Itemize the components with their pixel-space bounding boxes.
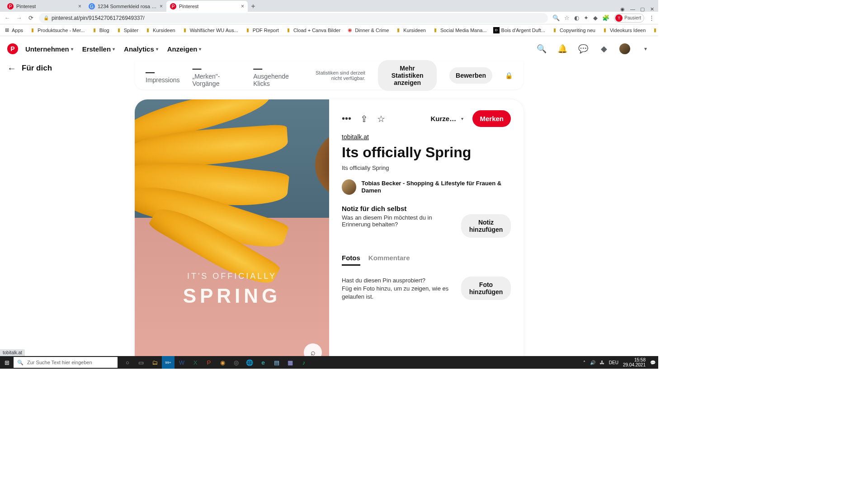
app-icon[interactable]: ▦ bbox=[284, 356, 297, 369]
maximize-icon[interactable]: ▢ bbox=[640, 6, 646, 12]
board-selector[interactable]: Kurze Somm… ▾ bbox=[430, 115, 463, 122]
source-link[interactable]: tobitalk.at bbox=[342, 133, 511, 141]
bell-icon[interactable]: 🔔 bbox=[557, 43, 568, 54]
tray-chevron-icon[interactable]: ˄ bbox=[583, 360, 585, 365]
avatar[interactable] bbox=[619, 43, 630, 54]
lock-icon: 🔒 bbox=[43, 15, 49, 20]
chevron-down-icon[interactable]: ▾ bbox=[640, 43, 651, 54]
photo-prompt: Hast du diesen Pin ausprobiert? Füg ein … bbox=[342, 277, 454, 301]
obs-icon[interactable]: ◎ bbox=[230, 356, 242, 369]
search-icon: 🔍 bbox=[17, 360, 24, 366]
chevron-down-icon: ▾ bbox=[113, 47, 115, 52]
menu-icon[interactable]: ⋮ bbox=[649, 14, 655, 21]
spotify-icon[interactable]: ♪ bbox=[297, 356, 310, 369]
nav-business[interactable]: Unternehmen▾ bbox=[25, 45, 73, 53]
star-icon[interactable]: ☆ bbox=[564, 14, 570, 21]
share-icon[interactable]: ⇪ bbox=[360, 113, 368, 124]
browser-tab[interactable]: P Pinterest × bbox=[4, 1, 85, 12]
forward-icon[interactable]: → bbox=[15, 14, 23, 22]
bookmark-item[interactable]: ▮Blog bbox=[91, 27, 109, 33]
author-avatar bbox=[342, 179, 356, 195]
start-button[interactable]: ⊞ bbox=[0, 356, 14, 369]
bookmark-item[interactable]: ▮Cload + Canva Bilder bbox=[285, 27, 340, 33]
account-icon[interactable]: ◉ bbox=[620, 6, 626, 12]
new-tab-button[interactable]: + bbox=[248, 1, 259, 12]
bookmark-item[interactable]: ⊞Apps bbox=[4, 27, 23, 33]
bookmark-item[interactable]: ▮Kursideen bbox=[145, 27, 175, 33]
mail-icon[interactable]: 99+ bbox=[162, 356, 175, 369]
close-icon[interactable]: × bbox=[78, 3, 81, 9]
author-row[interactable]: Tobias Becker - Shopping & Lifestyle für… bbox=[342, 179, 511, 195]
lock-icon: 🔒 bbox=[505, 72, 513, 79]
stats-note: Statistiken sind derzeit nicht verfügbar… bbox=[313, 70, 365, 81]
explorer-icon[interactable]: 🗂 bbox=[148, 356, 161, 369]
stats-card: —Impressions —„Merken"-Vorgänge —Ausgehe… bbox=[135, 61, 524, 89]
volume-icon[interactable]: 🔊 bbox=[590, 360, 595, 365]
notepad-icon[interactable]: ▤ bbox=[270, 356, 283, 369]
note-heading: Notiz für dich selbst bbox=[342, 205, 511, 212]
cortana-icon[interactable]: ○ bbox=[121, 356, 134, 369]
tab-comments[interactable]: Kommentare bbox=[368, 254, 410, 266]
minimize-icon[interactable]: — bbox=[630, 6, 636, 12]
pinterest-logo-icon[interactable]: P bbox=[7, 43, 18, 54]
app-icon[interactable]: ◉ bbox=[216, 356, 229, 369]
profile-chip[interactable]: T Pausiert bbox=[614, 14, 644, 23]
star-icon[interactable]: ☆ bbox=[377, 113, 385, 124]
bookmark-item[interactable]: ▮PDF Report bbox=[245, 27, 279, 33]
zoom-icon[interactable]: 🔍 bbox=[552, 14, 560, 21]
task-view-icon[interactable]: ▭ bbox=[135, 356, 147, 369]
search-icon[interactable]: 🔍 bbox=[536, 43, 547, 54]
nav-ads[interactable]: Anzeigen▾ bbox=[167, 45, 202, 53]
bookmark-item[interactable]: ▮Social Media Mana... bbox=[432, 27, 487, 33]
powerpoint-icon[interactable]: P bbox=[203, 356, 215, 369]
bookmark-item[interactable]: ◉Dinner & Crime bbox=[347, 27, 389, 33]
back-icon[interactable]: ← bbox=[4, 14, 11, 22]
extensions-icon[interactable]: 🧩 bbox=[602, 14, 609, 21]
updates-icon[interactable]: ◆ bbox=[599, 43, 609, 54]
pin-image[interactable]: IT'S OFFICIALLY SPRING ⌕ bbox=[135, 99, 329, 369]
reload-icon[interactable]: ⟳ bbox=[27, 14, 34, 22]
network-icon[interactable]: 🖧 bbox=[600, 360, 604, 365]
close-icon[interactable]: × bbox=[160, 3, 163, 9]
extension-icon[interactable]: ◐ bbox=[574, 14, 579, 21]
bookmark-item[interactable]: ▮Kursideen bbox=[395, 27, 426, 33]
bookmark-item[interactable]: ▮Videokurs Ideen bbox=[602, 27, 646, 33]
nav-analytics[interactable]: Analytics▾ bbox=[124, 45, 158, 53]
url-input[interactable]: 🔒 pinterest.at/pin/915427061726949337/ bbox=[39, 13, 548, 23]
browser-tab[interactable]: G 1234 Sommerkleid rosa Pin #1 – × bbox=[85, 1, 166, 12]
clock[interactable]: 15:58 29.04.2021 bbox=[623, 357, 646, 367]
promote-button[interactable]: Bewerben bbox=[449, 67, 492, 84]
close-window-icon[interactable]: ✕ bbox=[650, 6, 656, 12]
save-button[interactable]: Merken bbox=[472, 110, 511, 127]
chevron-down-icon: ▾ bbox=[156, 47, 158, 52]
nav-create[interactable]: Erstellen▾ bbox=[82, 45, 115, 53]
browser-tab-active[interactable]: P Pinterest × bbox=[166, 1, 248, 12]
bookmark-item[interactable]: ▮Produktsuche - Mer... bbox=[29, 27, 85, 33]
extension-icon[interactable]: ◆ bbox=[593, 14, 598, 21]
chrome-icon[interactable]: 🌐 bbox=[243, 356, 256, 369]
pin-card: IT'S OFFICIALLY SPRING ⌕ ••• ⇪ ☆ Kurze S… bbox=[135, 99, 524, 369]
bookmark-item[interactable]: ▮Copywriting neu bbox=[552, 27, 595, 33]
page-icon: ◉ bbox=[347, 27, 353, 33]
bookmark-item[interactable]: ▮Wahlfächer WU Aus... bbox=[182, 27, 238, 33]
excel-icon[interactable]: X bbox=[189, 356, 202, 369]
more-stats-button[interactable]: Mehr Statistiken anzeigen bbox=[378, 60, 437, 91]
edge-icon[interactable]: e bbox=[257, 356, 269, 369]
word-icon[interactable]: W bbox=[175, 356, 188, 369]
bookmark-item[interactable]: ▮Später bbox=[116, 27, 138, 33]
taskbar-search[interactable]: 🔍 Zur Suche Text hier eingeben bbox=[14, 357, 118, 368]
more-icon[interactable]: ••• bbox=[342, 113, 351, 124]
bookmark-item[interactable]: ▮Youtube WICHTIG bbox=[652, 27, 658, 33]
tab-photos[interactable]: Fotos bbox=[342, 254, 360, 266]
tab-title: 1234 Sommerkleid rosa Pin #1 – bbox=[98, 4, 157, 9]
language-indicator[interactable]: DEU bbox=[609, 360, 618, 365]
close-icon[interactable]: × bbox=[241, 3, 244, 9]
add-photo-button[interactable]: Foto hinzufügen bbox=[461, 277, 511, 300]
notifications-icon[interactable]: 💬 bbox=[650, 360, 656, 365]
back-to-feed[interactable]: ← Für dich bbox=[7, 63, 52, 74]
extension-icon[interactable]: ✦ bbox=[584, 14, 589, 21]
bookmark-item[interactable]: DBois d'Argent Duft... bbox=[493, 27, 545, 33]
chat-icon[interactable]: 💬 bbox=[578, 43, 589, 54]
pin-description: Its officially Spring bbox=[342, 164, 511, 171]
add-note-button[interactable]: Notiz hinzufügen bbox=[461, 214, 511, 238]
